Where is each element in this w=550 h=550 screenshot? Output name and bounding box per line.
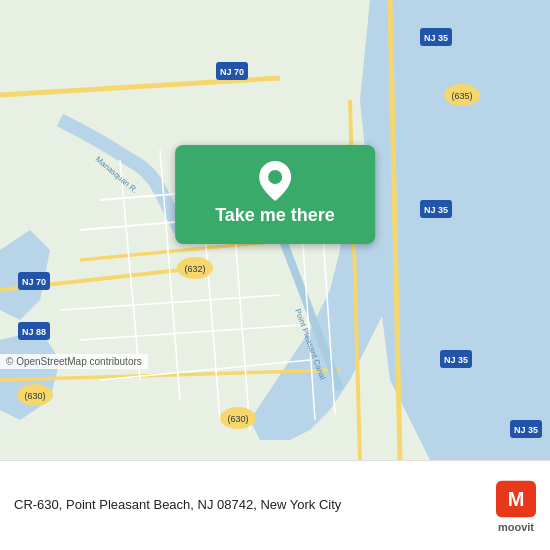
map-view[interactable]: NJ 70 NJ 35 (635) NJ 70 NJ 88 (632) NJ 3… [0,0,550,460]
svg-text:NJ 70: NJ 70 [22,277,46,287]
svg-text:(630): (630) [227,414,248,424]
svg-text:(635): (635) [451,91,472,101]
take-me-there-button[interactable]: Take me there [175,145,375,244]
moovit-label: moovit [498,521,534,533]
svg-text:(630): (630) [24,391,45,401]
svg-text:(632): (632) [184,264,205,274]
pin-icon [257,163,293,199]
address-text: CR-630, Point Pleasant Beach, NJ 08742, … [14,496,341,514]
svg-text:M: M [508,488,525,510]
svg-text:NJ 88: NJ 88 [22,327,46,337]
attribution-text: © OpenStreetMap contributors [6,356,142,367]
app-container: NJ 70 NJ 35 (635) NJ 70 NJ 88 (632) NJ 3… [0,0,550,550]
map-attribution: © OpenStreetMap contributors [0,354,148,369]
svg-text:NJ 35: NJ 35 [444,355,468,365]
svg-text:NJ 35: NJ 35 [424,33,448,43]
svg-text:NJ 35: NJ 35 [514,425,538,435]
moovit-icon: M [496,479,536,519]
moovit-logo: M moovit [496,479,536,533]
svg-text:NJ 70: NJ 70 [220,67,244,77]
svg-text:NJ 35: NJ 35 [424,205,448,215]
svg-point-47 [268,170,282,184]
button-label: Take me there [215,205,335,226]
info-bar: CR-630, Point Pleasant Beach, NJ 08742, … [0,460,550,550]
